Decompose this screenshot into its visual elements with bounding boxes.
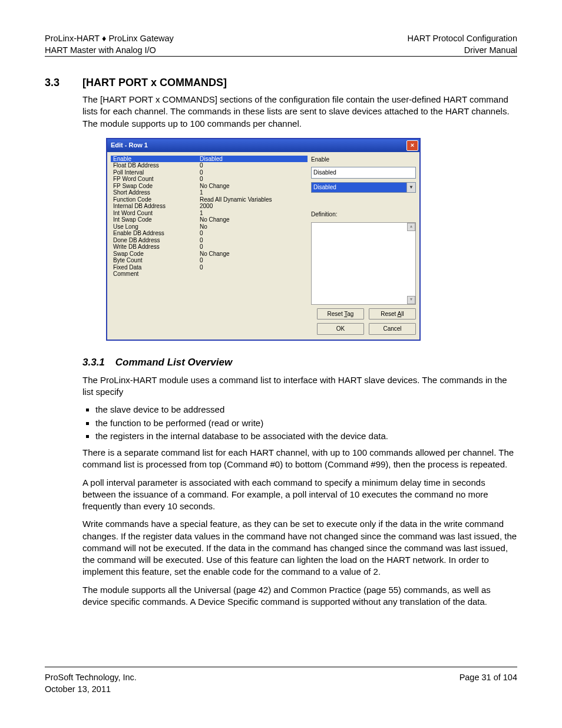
header-left-2: HART Master with Analog I/O [45,45,174,57]
property-value: No Change [197,216,308,223]
property-key: Byte Count [111,257,197,264]
property-value: No [197,223,308,230]
property-row[interactable]: Done DB Address0 [111,237,308,244]
property-key: Function Code [111,196,197,203]
dropdown-selected: Disabled [312,183,406,192]
property-value: Disabled [197,156,308,163]
footer-left-1: ProSoft Technology, Inc. [45,672,137,684]
property-key: Swap Code [111,251,197,258]
property-value: 0 [197,169,308,176]
close-icon[interactable]: × [406,140,418,151]
property-key: Comment [111,271,197,278]
property-value: 0 [197,243,308,251]
property-row[interactable]: Use LongNo [111,223,308,230]
subsection-p4: Write commands have a special feature, a… [82,518,517,578]
property-key: Write DB Address [111,243,197,251]
property-key: Enable [111,156,197,163]
footer-left-2: October 13, 2011 [45,684,137,696]
property-value: 1 [197,189,308,196]
header-rule [45,56,517,57]
property-key: Done DB Address [111,237,197,244]
property-key: Int Swap Code [111,216,197,223]
property-row[interactable]: Float DB Address0 [111,162,308,169]
scroll-up-icon[interactable]: ▴ [407,223,415,231]
dialog-titlebar: Edit - Row 1 × [107,139,419,152]
property-row[interactable]: Int Word Count1 [111,210,308,217]
header-right-1: HART Protocol Configuration [408,33,517,45]
property-key: FP Word Count [111,176,197,183]
property-row[interactable]: FP Word Count0 [111,176,308,183]
property-row[interactable]: Swap CodeNo Change [111,251,308,258]
enable-label: Enable [311,156,416,164]
property-value: No Change [197,251,308,258]
property-value: 0 [197,257,308,264]
subsection-p1: The ProLinx-HART module uses a command l… [82,374,517,398]
property-key: Float DB Address [111,162,197,169]
property-value: 1 [197,210,308,217]
property-row[interactable]: Fixed Data0 [111,264,308,271]
subsection-p3: A poll interval parameter is associated … [82,477,517,513]
property-value: 0 [197,230,308,237]
reset-all-button[interactable]: Reset All [369,308,416,320]
subsection-number: 3.3.1 [82,356,105,370]
property-key: FP Swap Code [111,183,197,190]
property-row[interactable]: Int Swap CodeNo Change [111,216,308,223]
subsection-p2: There is a separate command list for eac… [82,447,517,471]
section-number: 3.3 [45,77,68,89]
property-value: No Change [197,183,308,190]
edit-row-dialog: Edit - Row 1 × EnableDisabledFloat DB Ad… [106,138,421,341]
property-key: Fixed Data [111,264,197,271]
property-list[interactable]: EnableDisabledFloat DB Address0Poll Inte… [111,156,308,335]
chevron-down-icon[interactable]: ▼ [406,183,415,192]
property-value: 0 [197,176,308,183]
list-item: the function to be performed (read or wr… [95,417,517,429]
property-value [197,271,308,278]
property-value: 0 [197,162,308,169]
subsection-title: Command List Overview [115,356,232,370]
enable-dropdown[interactable]: Disabled ▼ [311,182,416,193]
property-key: Use Long [111,223,197,230]
property-value: 0 [197,264,308,271]
definition-label: Definition: [311,210,416,219]
list-item: the registers in the internal database t… [95,430,517,442]
reset-tag-button[interactable]: Reset Tag [317,308,364,320]
property-row[interactable]: Function CodeRead All Dynamic Variables [111,196,308,203]
property-key: Internal DB Address [111,203,197,210]
list-item: the slave device to be addressed [95,404,517,416]
section-title: [HART PORT x COMMANDS] [82,77,227,89]
property-row[interactable]: Byte Count0 [111,257,308,264]
property-key: Poll Interval [111,169,197,176]
property-row[interactable]: Poll Interval0 [111,169,308,176]
property-row[interactable]: Short Address1 [111,189,308,196]
property-value: Read All Dynamic Variables [197,196,308,203]
property-key: Int Word Count [111,210,197,217]
property-row[interactable]: Internal DB Address2000 [111,203,308,210]
property-value: 2000 [197,203,308,210]
subsection-heading: 3.3.1 Command List Overview [82,356,517,370]
header-left-1: ProLinx-HART ♦ ProLinx Gateway [45,33,174,45]
dialog-title: Edit - Row 1 [111,141,148,150]
property-row[interactable]: Write DB Address0 [111,243,308,251]
cancel-button[interactable]: Cancel [369,323,416,335]
ok-button[interactable]: OK [317,323,364,335]
bullet-list: the slave device to be addressedthe func… [82,404,517,442]
property-row[interactable]: FP Swap CodeNo Change [111,183,308,190]
property-key: Enable DB Address [111,230,197,237]
property-key: Short Address [111,189,197,196]
property-row[interactable]: EnableDisabled [111,156,308,163]
section-intro: The [HART PORT x COMMANDS] sections of t… [82,94,517,130]
property-value: 0 [197,237,308,244]
property-row[interactable]: Comment [111,271,308,278]
header-right-2: Driver Manual [408,45,517,57]
enable-input[interactable]: Disabled [311,167,416,179]
footer-rule [45,667,517,667]
property-row[interactable]: Enable DB Address0 [111,230,308,237]
footer-page: Page 31 of 104 [459,672,517,684]
scroll-down-icon[interactable]: ▾ [407,296,415,304]
definition-box[interactable]: ▴ ▾ [311,222,416,305]
section-heading: 3.3 [HART PORT x COMMANDS] [45,77,517,89]
subsection-p5: The module supports all the Universal (p… [82,584,517,608]
